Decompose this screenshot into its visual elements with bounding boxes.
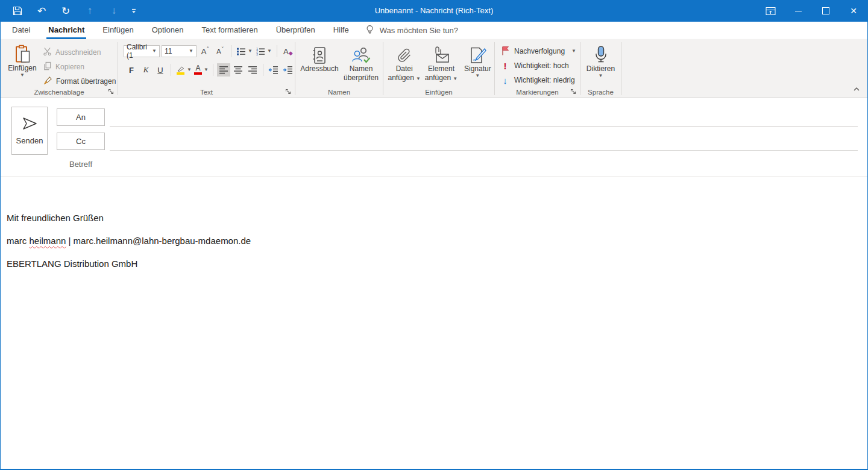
check-names-label-2: überprüfen bbox=[344, 74, 379, 83]
font-color-dropdown-icon: ▼ bbox=[204, 67, 209, 72]
bullets-icon bbox=[236, 46, 246, 56]
paperclip-icon bbox=[397, 44, 412, 64]
format-painter-label: Format übertragen bbox=[56, 77, 116, 86]
include-group-label: Einfügen bbox=[383, 89, 494, 96]
format-painter-button[interactable]: Format übertragen bbox=[43, 74, 116, 89]
underline-button[interactable]: U bbox=[154, 63, 167, 77]
group-clipboard: Einfügen ▼ Ausschneiden bbox=[1, 39, 118, 97]
paste-clipboard-icon bbox=[13, 43, 31, 64]
signature-name-prefix: marc bbox=[7, 236, 30, 246]
font-name-select[interactable]: Calibri (1 ▼ bbox=[124, 45, 160, 57]
svg-text:3: 3 bbox=[256, 52, 258, 56]
font-size-value: 11 bbox=[165, 47, 172, 55]
tab-einfuegen[interactable]: Einfügen bbox=[93, 22, 142, 39]
subject-field[interactable] bbox=[110, 155, 858, 172]
numbering-icon: 1 2 3 bbox=[256, 46, 265, 56]
align-left-button[interactable] bbox=[217, 63, 230, 77]
check-names-button[interactable]: Namen überprüfen bbox=[341, 41, 381, 83]
paste-label: Einfügen bbox=[8, 64, 36, 73]
dictate-label: Diktieren bbox=[587, 64, 615, 74]
tab-datei[interactable]: Datei bbox=[3, 22, 39, 39]
quick-access-toolbar: ↶ ↻ ↑ ↓ bbox=[1, 0, 142, 22]
cc-label: Cc bbox=[76, 137, 86, 146]
group-names: Adressbuch Namen überprüfen bbox=[295, 39, 383, 97]
align-center-button[interactable] bbox=[231, 63, 245, 77]
shrink-font-button[interactable]: Aˇ bbox=[213, 45, 227, 58]
copy-label: Kopieren bbox=[55, 63, 84, 71]
signature-name-misspelled: heilmann bbox=[30, 236, 66, 246]
attach-file-button[interactable]: Datei anfügen▼ bbox=[387, 41, 421, 83]
font-size-dropdown-icon: ▼ bbox=[189, 49, 193, 54]
importance-high-button[interactable]: ! Wichtigkeit: hoch bbox=[501, 58, 580, 73]
close-button[interactable]: ✕ bbox=[840, 0, 867, 22]
text-dialog-launcher-icon[interactable] bbox=[285, 88, 292, 95]
tab-hilfe[interactable]: Hilfe bbox=[324, 22, 358, 39]
attach-item-icon bbox=[432, 44, 450, 64]
attach-item-button[interactable]: Element anfügen▼ bbox=[423, 41, 459, 83]
attach-file-label-1: Datei bbox=[396, 64, 413, 74]
font-size-select[interactable]: 11 ▼ bbox=[162, 45, 197, 57]
save-icon[interactable] bbox=[5, 0, 30, 22]
font-name-dropdown-icon: ▼ bbox=[152, 49, 157, 54]
bullets-dropdown-icon: ▼ bbox=[248, 49, 253, 54]
numbering-button[interactable]: 1 2 3 ▼ bbox=[255, 45, 272, 58]
tab-optionen[interactable]: Optionen bbox=[143, 22, 193, 39]
font-color-bar bbox=[194, 72, 202, 75]
undo-icon[interactable]: ↶ bbox=[30, 0, 54, 22]
follow-up-button[interactable]: Nachverfolgung ▼ bbox=[501, 44, 580, 58]
paste-dropdown-icon[interactable]: ▼ bbox=[20, 73, 25, 78]
bold-button[interactable]: F bbox=[125, 63, 138, 77]
align-right-button[interactable] bbox=[246, 63, 259, 77]
window-controls: ✕ bbox=[756, 0, 867, 22]
group-text: Calibri (1 ▼ 11 ▼ Aˆ Aˇ bbox=[118, 39, 295, 97]
highlight-button[interactable]: ▼ bbox=[175, 63, 192, 77]
tab-ueberpruefen[interactable]: Überprüfen bbox=[267, 22, 324, 39]
signature-email: | marc.heilmann@lahn-bergbau-mdaemon.de bbox=[66, 236, 251, 246]
tell-me-label: Was möchten Sie tun? bbox=[380, 26, 458, 35]
increase-indent-button[interactable] bbox=[281, 63, 295, 77]
dictate-button[interactable]: Diktieren ▼ bbox=[583, 41, 619, 78]
font-color-button[interactable]: A ▼ bbox=[193, 63, 209, 77]
tab-nachricht[interactable]: Nachricht bbox=[39, 22, 93, 39]
ribbon-display-options-icon[interactable] bbox=[756, 0, 784, 22]
lightbulb-icon bbox=[365, 25, 374, 37]
copy-icon bbox=[43, 61, 52, 72]
grow-font-button[interactable]: Aˆ bbox=[198, 45, 212, 58]
paste-button[interactable]: Einfügen ▼ bbox=[7, 40, 38, 89]
customize-quick-access-icon[interactable] bbox=[126, 0, 142, 22]
tab-text-formatieren[interactable]: Text formatieren bbox=[192, 22, 266, 39]
importance-low-button[interactable]: ↓ Wichtigkeit: niedrig bbox=[501, 73, 580, 87]
collapse-ribbon-icon[interactable] bbox=[853, 83, 860, 94]
tags-group-label: Markierungen bbox=[495, 89, 580, 96]
company-line: EBERTLANG Distribution GmbH bbox=[7, 258, 858, 269]
attach-file-label-2: anfügen bbox=[388, 74, 414, 82]
bullets-button[interactable]: ▼ bbox=[236, 45, 253, 58]
maximize-button[interactable] bbox=[812, 0, 840, 22]
address-book-button[interactable]: Adressbuch bbox=[299, 41, 340, 83]
to-button[interactable]: An bbox=[57, 108, 105, 126]
decrease-indent-button[interactable] bbox=[267, 63, 280, 77]
signature-line: marc heilmann | marc.heilmann@lahn-bergb… bbox=[7, 236, 858, 246]
cc-button[interactable]: Cc bbox=[57, 133, 105, 150]
message-body-editor[interactable]: Mit freundlichen Grüßen marc heilmann | … bbox=[1, 177, 867, 467]
names-group-label: Namen bbox=[295, 89, 383, 96]
clear-formatting-button[interactable]: A◆ bbox=[281, 45, 295, 58]
greeting-line: Mit freundlichen Grüßen bbox=[7, 213, 858, 223]
minimize-button[interactable] bbox=[784, 0, 812, 22]
send-button[interactable]: Senden bbox=[11, 107, 48, 155]
to-field[interactable] bbox=[110, 108, 858, 127]
importance-high-icon: ! bbox=[501, 61, 509, 71]
tags-dialog-launcher-icon[interactable] bbox=[570, 88, 577, 95]
clipboard-dialog-launcher-icon[interactable] bbox=[107, 88, 115, 95]
send-plane-icon bbox=[22, 116, 37, 131]
group-include: Datei anfügen▼ Element anfügen▼ bbox=[383, 39, 494, 97]
tell-me-box[interactable]: Was möchten Sie tun? bbox=[365, 25, 458, 37]
cc-field[interactable] bbox=[110, 133, 858, 151]
signature-button[interactable]: Signatur ▼ bbox=[461, 41, 494, 83]
clipboard-group-label: Zwischenablage bbox=[1, 89, 118, 96]
increase-indent-icon bbox=[283, 66, 293, 74]
italic-button[interactable]: K bbox=[139, 63, 153, 77]
redo-icon[interactable]: ↻ bbox=[54, 0, 78, 22]
outlook-compose-window: ↶ ↻ ↑ ↓ Unbenannt - Nachricht (Rich-Text… bbox=[0, 0, 868, 470]
cut-label: Ausschneiden bbox=[55, 48, 101, 57]
